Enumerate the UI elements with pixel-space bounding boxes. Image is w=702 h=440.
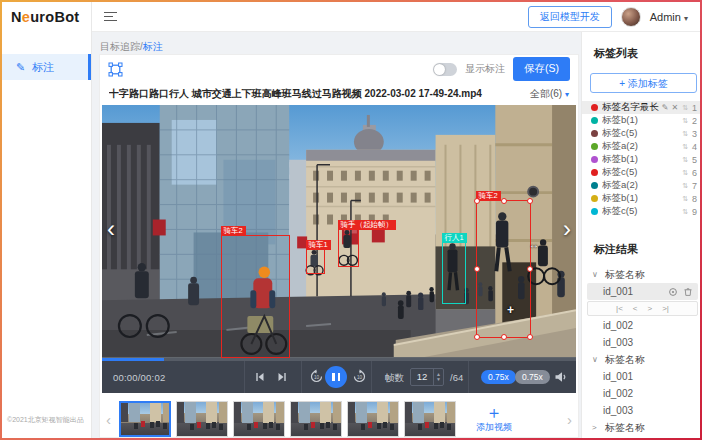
forward-10-button[interactable]: 10 <box>352 369 367 384</box>
frame-stepper[interactable]: ▲▼ <box>433 369 443 385</box>
bbox-tool-icon[interactable] <box>108 62 123 77</box>
resize-handle[interactable] <box>527 266 533 272</box>
caret-down-icon[interactable]: ∨ <box>592 355 600 364</box>
breadcrumb-current[interactable]: 标注 <box>143 41 163 52</box>
resize-handle[interactable] <box>474 266 480 272</box>
add-video-button[interactable]: ＋ 添加视频 <box>465 405 523 434</box>
trash-icon[interactable] <box>683 287 693 297</box>
annotation-box-selected[interactable]: 骑车2 <box>476 200 531 338</box>
video-thumbnail[interactable] <box>119 401 171 437</box>
show-annotation-toggle[interactable] <box>433 63 457 76</box>
tag-list-title: 标签列表 <box>594 46 702 61</box>
spin-down-icon[interactable]: ▼ <box>436 377 441 382</box>
avatar[interactable] <box>621 7 641 27</box>
move-cursor-icon: + <box>507 303 514 317</box>
volume-icon[interactable] <box>554 371 567 383</box>
logo-text: uroBot <box>30 9 79 25</box>
shortcut-icon: ⇅ <box>682 156 688 164</box>
resize-handle[interactable] <box>527 198 533 204</box>
annotation-box[interactable]: 骑车1 <box>306 249 325 274</box>
rewind-10-button[interactable]: 10 <box>309 369 324 384</box>
video-prev-arrow[interactable]: ‹ <box>107 217 115 241</box>
annotation-label: 骑车1 <box>306 240 331 250</box>
frame-total-label: /64 <box>450 372 463 383</box>
sidebar-item-annotate[interactable]: ✎ 标注 <box>2 54 91 80</box>
prev-frame-icon[interactable]: < <box>633 304 638 313</box>
tag-row[interactable]: 标签名字最长数... ✎ ✕ ⇅ 1 <box>582 101 702 114</box>
filter-dropdown[interactable]: 全部(6) ▾ <box>530 87 569 101</box>
shortcut-icon: ⇅ <box>682 182 688 190</box>
result-group[interactable]: ∨ 标签名称 <box>582 266 702 283</box>
speed-pill-inactive[interactable]: 0.75x <box>515 370 550 384</box>
tag-row[interactable]: 标签c(5) ⇅ 3 <box>582 127 702 140</box>
tag-row[interactable]: 标签b(1) ⇅ 8 <box>582 192 702 205</box>
result-item[interactable]: id_002 <box>582 317 702 334</box>
video-thumbnail[interactable] <box>290 401 342 437</box>
video-thumbnail[interactable] <box>176 401 228 437</box>
user-menu[interactable]: Admin ▾ <box>650 11 688 23</box>
close-icon[interactable]: ✕ <box>671 103 678 112</box>
tag-row[interactable]: 标签b(1) ⇅ 5 <box>582 153 702 166</box>
resize-handle[interactable] <box>527 334 533 340</box>
annotation-box[interactable]: 骑手（起始帧） <box>338 229 359 267</box>
pause-button[interactable] <box>325 366 347 388</box>
tag-row[interactable]: 标签b(1) ⇅ 2 <box>582 114 702 127</box>
first-frame-icon[interactable]: |< <box>616 304 623 313</box>
result-group-collapsed[interactable]: > 标签名称 <box>582 419 702 436</box>
tag-row[interactable]: 标签a(2) ⇅ 4 <box>582 140 702 153</box>
video-canvas[interactable]: ‹ › 骑车2 骑车1 骑手（起始帧） 行人1 骑车2 <box>102 105 576 358</box>
username: Admin <box>650 11 681 23</box>
track-icon[interactable] <box>668 287 678 297</box>
tag-row[interactable]: 标签c(5) ⇅ 9 <box>582 205 702 218</box>
result-group[interactable]: ∨ 标签名称 <box>582 351 702 368</box>
annotation-toolbar: 显示标注 保存(S) <box>100 55 578 83</box>
thumbs-next-arrow[interactable]: › <box>564 411 575 428</box>
back-to-model-dev-button[interactable]: 返回模型开发 <box>528 6 612 28</box>
logo-text: N <box>11 9 22 25</box>
save-button[interactable]: 保存(S) <box>513 57 570 81</box>
breadcrumb: 目标追踪/标注 <box>92 32 581 54</box>
breadcrumb-parent[interactable]: 目标追踪 <box>100 41 140 52</box>
tag-row[interactable]: 标签c(5) ⇅ 6 <box>582 166 702 179</box>
video-next-arrow[interactable]: › <box>563 217 571 241</box>
resize-handle[interactable] <box>501 334 507 340</box>
frame-number-input[interactable]: 12 ▲▼ <box>410 368 444 386</box>
sidebar-item-label: 标注 <box>32 60 54 75</box>
shortcut-number: 7 <box>690 181 697 191</box>
plus-icon: ＋ <box>486 405 503 420</box>
tag-color-dot <box>591 169 598 176</box>
thumbs-prev-arrow[interactable]: ‹ <box>103 411 114 428</box>
next-frame-button[interactable] <box>276 371 288 383</box>
shortcut-icon: ⇅ <box>682 195 688 203</box>
result-item[interactable]: id_001 <box>582 368 702 385</box>
caret-right-icon[interactable]: > <box>592 423 600 432</box>
result-item[interactable]: id_003 <box>582 402 702 419</box>
add-tag-button[interactable]: + 添加标签 <box>590 73 697 93</box>
annotation-box[interactable]: 骑车2 <box>221 235 290 358</box>
annotation-card: 显示标注 保存(S) 十字路口路口行人 城市交通上下班高峰班马线过马路视频 20… <box>99 54 579 438</box>
result-item[interactable]: id_003 <box>582 334 702 351</box>
video-thumbnail[interactable] <box>347 401 399 437</box>
resize-handle[interactable] <box>474 334 480 340</box>
menu-collapse-icon[interactable] <box>104 12 117 22</box>
prev-frame-button[interactable] <box>254 371 266 383</box>
tag-row[interactable]: 标签a(2) ⇅ 7 <box>582 179 702 192</box>
result-item[interactable]: id_002 <box>582 385 702 402</box>
resize-handle[interactable] <box>474 198 480 204</box>
video-thumbnail[interactable] <box>404 401 456 437</box>
player-controls: 00:00/00:02 10 10 帧数 12 <box>102 361 576 393</box>
last-frame-icon[interactable]: >| <box>662 304 669 313</box>
caret-down-icon[interactable]: ∨ <box>592 270 600 279</box>
annotation-box[interactable]: 行人1 <box>442 242 466 304</box>
tag-color-dot <box>591 208 598 215</box>
resize-handle[interactable] <box>501 198 507 204</box>
next-frame-icon[interactable]: > <box>648 304 653 313</box>
chevron-down-icon: ▾ <box>684 14 688 23</box>
shortcut-icon: ⇅ <box>682 117 688 125</box>
result-item-selected[interactable]: id_001 <box>587 283 698 300</box>
tag-color-dot <box>591 143 598 150</box>
edit-icon[interactable]: ✎ <box>662 103 669 112</box>
show-annotation-label: 显示标注 <box>465 62 505 76</box>
video-thumbnail[interactable] <box>233 401 285 437</box>
speed-pill-active[interactable]: 0.75x <box>481 370 516 384</box>
